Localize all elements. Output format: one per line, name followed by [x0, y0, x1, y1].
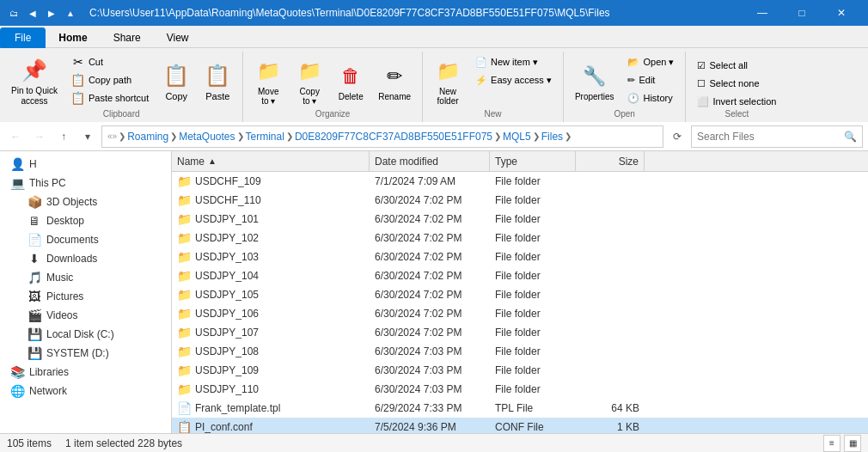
col-header-date[interactable]: Date modified	[370, 151, 490, 171]
copy-to-button[interactable]: 📁 Copyto ▾	[290, 53, 329, 110]
select-all-button[interactable]: ☑ Select all	[691, 57, 782, 74]
sidebar-item-desktop[interactable]: 🖥 Desktop	[17, 211, 171, 230]
paste-icon: 📋	[204, 62, 231, 89]
sidebar-item-documents[interactable]: 📄 Documents	[17, 230, 171, 249]
open-title: Open	[564, 109, 686, 119]
sidebar-item-thispc[interactable]: 💻 This PC	[0, 174, 171, 192]
sidebar-item-music[interactable]: 🎵 Music	[17, 268, 171, 287]
paste-shortcut-button[interactable]: 📋 Paste shortcut	[65, 89, 155, 107]
file-type-cell: File folder	[490, 247, 576, 266]
file-date-cell: 7/5/2024 9:36 PM	[370, 418, 490, 433]
invert-selection-button[interactable]: ⬜ Invert selection	[691, 93, 782, 110]
breadcrumb-hash[interactable]: D0E8209F77C8CF37AD8BF550E51FF075	[295, 131, 492, 143]
sidebar-3d-label: 3D Objects	[46, 196, 97, 208]
tab-home[interactable]: Home	[46, 28, 100, 47]
breadcrumb-files[interactable]: Files	[541, 131, 563, 143]
breadcrumb-roaming[interactable]: Roaming	[127, 131, 168, 143]
sidebar-item-pictures[interactable]: 🖼 Pictures	[17, 287, 171, 306]
file-size-cell	[576, 323, 645, 341]
properties-button[interactable]: 🔧 Properties	[569, 53, 620, 110]
pin-to-quick-access-button[interactable]: 📌 Pin to Quickaccess	[5, 53, 64, 110]
search-box[interactable]: 🔍	[691, 125, 863, 148]
open-buttons: 🔧 Properties 📂 Open ▾ ✏ Edit 🕐 History	[569, 53, 681, 131]
breadcrumb-mql5[interactable]: MQL5	[503, 131, 531, 143]
table-row[interactable]: 📁USDJPY_1096/30/2024 7:03 PMFile folder	[172, 361, 868, 380]
breadcrumb-metaquotes[interactable]: MetaQuotes	[179, 131, 235, 143]
search-input[interactable]	[697, 131, 844, 143]
col-header-name[interactable]: Name ▲	[172, 151, 370, 171]
large-icons-button[interactable]: ▦	[844, 435, 861, 452]
sidebar-item-user[interactable]: 👤 H	[0, 155, 171, 174]
table-row[interactable]: 📋PI_conf.conf7/5/2024 9:36 PMCONF File1 …	[172, 418, 868, 433]
table-row[interactable]: 📁USDJPY_1076/30/2024 7:02 PMFile folder	[172, 323, 868, 342]
edit-button[interactable]: ✏ Edit	[621, 71, 680, 89]
sidebar-documents-label: Documents	[46, 234, 99, 246]
sidebar: 👤 H 💻 This PC 📦 3D Objects 🖥 Desktop 📄 D…	[0, 151, 172, 433]
sidebar-pictures-label: Pictures	[46, 290, 83, 302]
sidebar-section: 📦 3D Objects 🖥 Desktop 📄 Documents ⬇ Dow…	[0, 192, 171, 363]
sidebar-item-videos[interactable]: 🎬 Videos	[17, 306, 171, 325]
minimize-button[interactable]: —	[743, 0, 782, 26]
folder-icon: 📁	[177, 174, 192, 188]
sidebar-downloads-label: Downloads	[46, 253, 97, 265]
titlebar: 🗂 ◀ ▶ ▲ C:\Users\User11\AppData\Roaming\…	[0, 0, 868, 26]
new-item-label: New item ▾	[491, 57, 538, 68]
file-icon: 📄	[177, 401, 192, 415]
file-name-cell: 📁USDJPY_104	[172, 266, 370, 284]
tab-share[interactable]: Share	[101, 28, 154, 47]
rename-button[interactable]: ✏ Rename	[372, 53, 417, 110]
select-none-button[interactable]: ☐ Select none	[691, 75, 782, 92]
table-row[interactable]: 📁USDJPY_1016/30/2024 7:02 PMFile folder	[172, 210, 868, 229]
sidebar-music-label: Music	[46, 272, 73, 284]
table-row[interactable]: 📁USDJPY_1066/30/2024 7:02 PMFile folder	[172, 304, 868, 323]
breadcrumb-item[interactable]: «»	[107, 131, 117, 141]
file-size-cell	[576, 191, 645, 209]
filelist[interactable]: Name ▲ Date modified Type Size 📁USDCHF_1…	[172, 151, 868, 433]
sidebar-item-systemd[interactable]: 💾 SYSTEM (D:)	[17, 344, 171, 363]
sidebar-item-localc[interactable]: 💾 Local Disk (C:)	[17, 325, 171, 344]
close-button[interactable]: ✕	[822, 0, 861, 26]
table-row[interactable]: 📁USDCHF_1106/30/2024 7:02 PMFile folder	[172, 191, 868, 210]
table-row[interactable]: 📁USDCHF_1097/1/2024 7:09 AMFile folder	[172, 172, 868, 191]
col-header-size[interactable]: Size	[576, 151, 645, 171]
breadcrumb-terminal[interactable]: Terminal	[246, 131, 284, 143]
easy-access-button[interactable]: ⚡ Easy access ▾	[469, 71, 558, 89]
open-button[interactable]: 📂 Open ▾	[621, 53, 680, 70]
col-type-label: Type	[495, 156, 517, 168]
group-select: ☑ Select all ☐ Select none ⬜ Invert sele…	[686, 52, 787, 122]
table-row[interactable]: 📁USDJPY_1086/30/2024 7:03 PMFile folder	[172, 342, 868, 361]
maximize-button[interactable]: □	[782, 0, 822, 26]
sidebar-item-downloads[interactable]: ⬇ Downloads	[17, 249, 171, 268]
open-label: Open ▾	[643, 57, 674, 68]
table-row[interactable]: 📄Frank_template.tpl6/29/2024 7:33 PMTPL …	[172, 399, 868, 418]
new-folder-button[interactable]: 📁 Newfolder	[428, 53, 468, 110]
tab-view[interactable]: View	[154, 28, 202, 47]
cut-button[interactable]: ✂ Cut	[65, 53, 155, 70]
move-to-button[interactable]: 📁 Moveto ▾	[248, 53, 288, 110]
sidebar-item-libraries[interactable]: 📚 Libraries	[0, 363, 171, 382]
back-icon: ◀	[26, 6, 40, 20]
table-row[interactable]: 📁USDJPY_1046/30/2024 7:02 PMFile folder	[172, 266, 868, 285]
copy-button[interactable]: 📋 Copy	[156, 53, 196, 110]
table-row[interactable]: 📁USDJPY_1056/30/2024 7:02 PMFile folder	[172, 285, 868, 304]
new-item-button[interactable]: 📄 New item ▾	[469, 53, 558, 70]
col-size-label: Size	[619, 156, 639, 168]
sidebar-item-network[interactable]: 🌐 Network	[0, 382, 171, 400]
paste-button[interactable]: 📋 Paste	[198, 53, 237, 110]
details-view-button[interactable]: ≡	[823, 435, 840, 452]
file-size-cell	[576, 172, 645, 190]
item-count: 105 items	[7, 437, 52, 449]
table-row[interactable]: 📁USDJPY_1026/30/2024 7:02 PMFile folder	[172, 229, 868, 247]
col-header-type[interactable]: Type	[490, 151, 576, 171]
file-name-label: USDCHF_110	[195, 194, 261, 206]
tab-file[interactable]: File	[0, 27, 46, 48]
delete-button[interactable]: 🗑 Delete	[331, 53, 370, 110]
file-size-cell: 64 KB	[576, 399, 645, 417]
sidebar-item-3dobjects[interactable]: 📦 3D Objects	[17, 192, 171, 211]
copy-path-button[interactable]: 📋 Copy path	[65, 71, 155, 89]
table-row[interactable]: 📁USDJPY_1036/30/2024 7:02 PMFile folder	[172, 247, 868, 266]
history-button[interactable]: 🕐 History	[621, 89, 680, 107]
table-row[interactable]: 📁USDJPY_1106/30/2024 7:03 PMFile folder	[172, 380, 868, 399]
sidebar-user-label: H	[29, 158, 37, 170]
folder-icon: 📁	[177, 345, 192, 358]
